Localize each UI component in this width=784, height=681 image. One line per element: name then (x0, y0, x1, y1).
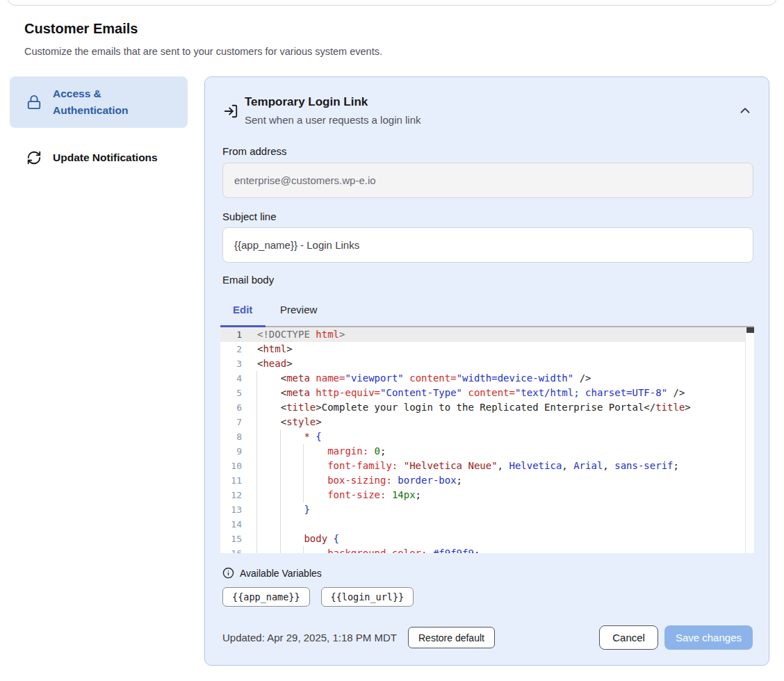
code-line-text: } (257, 502, 310, 517)
code-line-text: font-family: "Helvetica Neue", Helvetica… (257, 459, 679, 473)
variable-chip-app-name[interactable]: {{app_name}} (222, 587, 310, 607)
line-number: 11 (220, 473, 242, 488)
chevron-up-icon[interactable] (737, 102, 754, 119)
subject-line-input[interactable] (222, 227, 753, 263)
lock-icon (26, 95, 42, 110)
line-number: 6 (220, 400, 242, 415)
temporary-login-link-card: Temporary Login Link Sent when a user re… (204, 76, 769, 666)
sidebar-item-access-authentication[interactable]: Access & Authentication (10, 76, 188, 128)
page-title: Customer Emails (24, 21, 138, 37)
code-line-text: * { (257, 429, 322, 444)
code-line-text: body { (257, 532, 339, 546)
code-line[interactable]: 16 background-color: #f9f9f9; (220, 546, 745, 553)
code-line-text: <style> (257, 415, 322, 429)
code-line[interactable]: 15 body { (220, 532, 745, 546)
subject-line-label: Subject line (222, 211, 277, 222)
sidebar-item-update-notifications[interactable]: Update Notifications (10, 141, 188, 174)
section-title: Temporary Login Link (245, 95, 368, 109)
line-number: 2 (220, 342, 242, 356)
code-line[interactable]: 9 margin: 0; (220, 444, 745, 459)
code-line-text: background-color: #f9f9f9; (257, 546, 480, 553)
code-line[interactable]: 13 } (220, 502, 745, 517)
email-types-sidebar: Access & Authentication Update Notificat… (10, 76, 188, 174)
code-line[interactable]: 6 <title>Complete your login to the Repl… (220, 400, 745, 415)
email-body-code-editor[interactable]: 1<!DOCTYPE html>2<html>3<head>4 <meta na… (220, 327, 754, 553)
section-subtitle: Sent when a user requests a login link (245, 114, 420, 126)
sidebar-item-label: Update Notifications (53, 149, 158, 166)
code-line[interactable]: 1<!DOCTYPE html> (220, 327, 745, 342)
line-number: 13 (220, 502, 242, 517)
line-number: 8 (220, 429, 242, 444)
line-number: 1 (220, 327, 242, 342)
line-number: 3 (220, 356, 242, 371)
code-line-text: margin: 0; (257, 444, 386, 459)
previous-card-bottom-edge (7, 0, 777, 6)
code-line[interactable]: 14 (220, 517, 745, 532)
code-line-text: font-size: 14px; (257, 488, 421, 502)
code-line-text: <head> (257, 356, 293, 371)
code-line-text: <html> (257, 342, 293, 356)
updated-timestamp: Updated: Apr 29, 2025, 1:18 PM MDT (222, 632, 397, 643)
line-number: 16 (220, 546, 242, 553)
code-line[interactable]: 7 <style> (220, 415, 745, 429)
editor-scrollbar-thumb[interactable] (746, 327, 754, 333)
indent-guide (280, 517, 281, 532)
refresh-icon (26, 150, 42, 165)
code-line-text: <meta http-equiv="Content-Type" content=… (257, 386, 685, 400)
code-line[interactable]: 10 font-family: "Helvetica Neue", Helvet… (220, 459, 745, 473)
tab-preview[interactable]: Preview (280, 304, 317, 315)
restore-default-button[interactable]: Restore default (408, 627, 495, 648)
code-line-text: <meta name="viewport" content="width=dev… (257, 371, 591, 386)
line-number: 10 (220, 459, 242, 473)
code-line[interactable]: 5 <meta http-equiv="Content-Type" conten… (220, 386, 745, 400)
code-line-text: <!DOCTYPE html> (257, 327, 345, 342)
editor-scrollbar-track[interactable] (745, 327, 754, 553)
sidebar-item-label: Access & Authentication (53, 85, 178, 119)
code-line-text: <title>Complete your login to the Replic… (257, 400, 691, 415)
line-number: 15 (220, 532, 242, 546)
log-in-icon (223, 104, 238, 119)
info-icon (222, 567, 234, 579)
tab-edit[interactable]: Edit (233, 304, 252, 315)
from-address-label: From address (222, 145, 287, 157)
line-number: 14 (220, 517, 242, 532)
email-body-label: Email body (222, 274, 274, 286)
code-line-text: box-sizing: border-box; (257, 473, 462, 488)
code-line[interactable]: 11 box-sizing: border-box; (220, 473, 745, 488)
code-line[interactable]: 8 * { (220, 429, 745, 444)
available-variables-label: Available Variables (240, 568, 322, 579)
line-number: 4 (220, 371, 242, 386)
cancel-button[interactable]: Cancel (599, 625, 658, 650)
page-subtitle: Customize the emails that are sent to yo… (24, 46, 382, 57)
save-changes-button[interactable]: Save changes (664, 625, 753, 650)
code-line[interactable]: 4 <meta name="viewport" content="width=d… (220, 371, 745, 386)
line-number: 7 (220, 415, 242, 429)
from-address-input[interactable] (222, 163, 753, 198)
variable-chip-login-url[interactable]: {{login_url}} (321, 587, 414, 607)
line-number: 12 (220, 488, 242, 502)
line-number: 5 (220, 386, 242, 400)
code-line[interactable]: 3<head> (220, 356, 745, 371)
indent-guide (256, 517, 257, 532)
code-line[interactable]: 12 font-size: 14px; (220, 488, 745, 502)
code-editor-lines: 1<!DOCTYPE html>2<html>3<head>4 <meta na… (220, 327, 745, 553)
line-number: 9 (220, 444, 242, 459)
code-line[interactable]: 2<html> (220, 342, 745, 356)
